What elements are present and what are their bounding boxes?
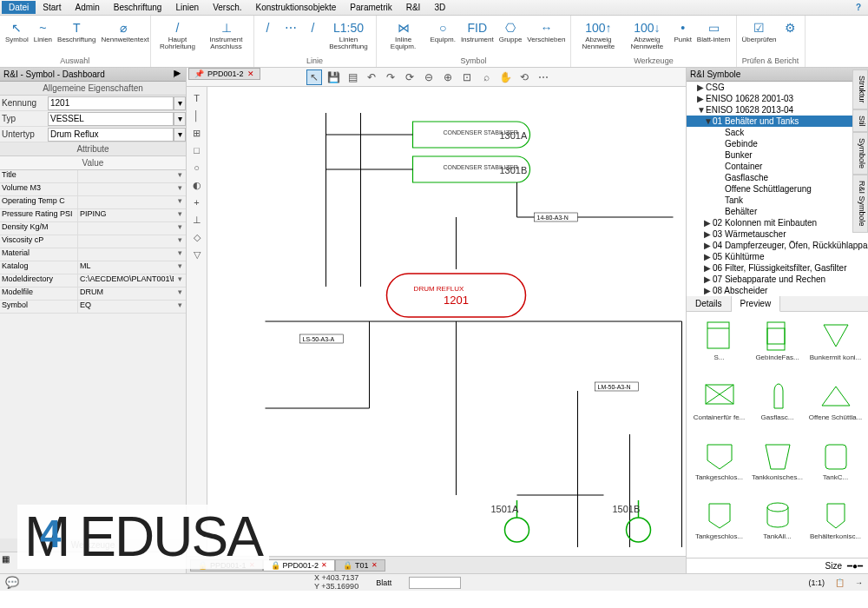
ribbon-symbol[interactable]: ↖Symbol bbox=[3, 17, 30, 45]
attr-row[interactable]: Density Kg/M▾ bbox=[0, 222, 186, 235]
menu-admin[interactable]: Admin bbox=[68, 1, 106, 14]
preview-symbol[interactable]: GebindeFas... bbox=[750, 317, 805, 373]
tree-item[interactable]: ▶03 Wärmetauscher bbox=[687, 228, 868, 240]
tree-item[interactable]: ▶04 Dampferzeuger, Öfen, Rückkühlapparat… bbox=[687, 240, 868, 251]
help-icon[interactable]: ? bbox=[856, 3, 861, 12]
ribbon-[interactable]: / bbox=[258, 17, 279, 38]
tree-item[interactable]: Offene Schüttlagerung bbox=[687, 183, 868, 195]
ribbon-abzweig-nennweite[interactable]: 100↑Abzweig Nennweite bbox=[575, 17, 621, 52]
vt-4[interactable]: □ bbox=[188, 142, 206, 158]
attr-row[interactable]: Viscosity cP▾ bbox=[0, 235, 186, 248]
dropdown-icon[interactable]: ▾ bbox=[174, 112, 186, 126]
preview-symbol[interactable]: TankC... bbox=[808, 437, 863, 493]
tree-item[interactable]: ▶CSG bbox=[687, 82, 868, 93]
zoom-out-icon[interactable]: ⊖ bbox=[421, 69, 437, 85]
ribbon-gruppe[interactable]: ⎔Gruppe bbox=[497, 17, 524, 45]
rotate-icon[interactable]: ⟲ bbox=[516, 69, 532, 85]
prop-input[interactable] bbox=[48, 112, 174, 126]
tab-stil[interactable]: Stil bbox=[852, 109, 868, 133]
tab-struktur[interactable]: Struktur bbox=[852, 69, 868, 109]
preview-symbol[interactable]: Gasflasc... bbox=[750, 377, 805, 433]
more-icon[interactable]: ⋯ bbox=[536, 69, 551, 85]
vt-8[interactable]: ⊥ bbox=[188, 212, 206, 228]
vt-6[interactable]: ◐ bbox=[188, 177, 206, 193]
ribbon-equipm.[interactable]: ○Equipm. bbox=[429, 17, 457, 45]
vt-9[interactable]: ◇ bbox=[188, 229, 206, 245]
sheet-tab[interactable]: 🔒T01✕ bbox=[335, 559, 385, 572]
preview-symbol[interactable]: Tankgeschlos... bbox=[692, 496, 746, 552]
layers-icon[interactable]: ▤ bbox=[345, 69, 360, 85]
tree-item[interactable]: Behälter bbox=[687, 206, 868, 217]
menu-3d[interactable]: 3D bbox=[427, 1, 452, 14]
chat-icon[interactable]: 💬 bbox=[5, 576, 19, 589]
tree-item[interactable]: ▶05 Kühltürme bbox=[687, 251, 868, 262]
attr-row[interactable]: Operating Temp C▾ bbox=[0, 196, 186, 209]
tree-item[interactable]: ▶ENISO 10628 2001-03 bbox=[687, 93, 868, 104]
sheet-tab[interactable]: 🔒PPD001-2✕ bbox=[263, 559, 336, 572]
attr-row[interactable]: Volume M3▾ bbox=[0, 183, 186, 196]
prop-input[interactable] bbox=[48, 96, 174, 110]
dropdown-icon[interactable]: ▾ bbox=[174, 128, 186, 142]
tab-preview[interactable]: Preview bbox=[732, 296, 781, 312]
save-icon[interactable]: 💾 bbox=[326, 69, 341, 85]
panel-menu-icon[interactable]: ⯈ bbox=[174, 69, 182, 79]
ribbon-[interactable]: ⋯ bbox=[280, 17, 301, 38]
menu-datei[interactable]: Datei bbox=[2, 1, 36, 14]
tool-icon[interactable]: ▦ bbox=[2, 554, 10, 564]
ribbon-linien-beschriftung[interactable]: L1:50Linien Beschriftung bbox=[326, 17, 372, 52]
redo-icon[interactable]: ↷ bbox=[383, 69, 398, 85]
vt-5[interactable]: ○ bbox=[188, 160, 206, 175]
ribbon-inline-equipm.[interactable]: ⋈Inline Equipm. bbox=[380, 17, 427, 52]
ribbon-abzweig-nennweite[interactable]: 100↓Abzweig Nennweite bbox=[623, 17, 670, 52]
drawing-canvas[interactable]: T │ ⊞ □ ○ ◐ + ⊥ ◇ ▽ CONDENSER STABIL bbox=[187, 87, 686, 556]
zoom-in-icon[interactable]: ⊕ bbox=[440, 69, 456, 85]
tree-item[interactable]: Gasflasche bbox=[687, 172, 868, 183]
menu-parametrik[interactable]: Parametrik bbox=[343, 1, 398, 14]
vt-7[interactable]: + bbox=[188, 195, 206, 210]
tree-item[interactable]: Gebinde bbox=[687, 138, 868, 149]
attr-row[interactable]: SymbolEQ▾ bbox=[0, 301, 186, 314]
preview-symbol[interactable]: Containerfür fe... bbox=[692, 377, 746, 433]
preview-symbol[interactable]: Offene Schüttla... bbox=[808, 377, 863, 433]
ribbon-nennweitentext[interactable]: ⌀Nennweitentext bbox=[100, 17, 147, 45]
preview-symbol[interactable]: TankAll... bbox=[750, 496, 805, 552]
ribbon-haupt-rohrleitung[interactable]: /Haupt Rohrleitung bbox=[155, 17, 201, 52]
menu-beschriftung[interactable]: Beschriftung bbox=[107, 1, 169, 14]
select-tool[interactable]: ↖ bbox=[306, 69, 322, 85]
attr-row[interactable]: Pressure Rating PSIPIPING▾ bbox=[0, 209, 186, 222]
tree-item[interactable]: ▶07 Siebapparate und Rechen bbox=[687, 274, 868, 285]
zoom-window-icon[interactable]: ⌕ bbox=[478, 69, 494, 85]
preview-symbol[interactable]: Tankkonisches... bbox=[750, 437, 805, 493]
menu-start[interactable]: Start bbox=[36, 1, 68, 14]
refresh-icon[interactable]: ⟳ bbox=[402, 69, 418, 85]
dropdown-icon[interactable]: ▾ bbox=[174, 96, 186, 110]
ribbon-[interactable]: / bbox=[303, 17, 324, 38]
tree-item[interactable]: ▶02 Kolonnen mit Einbauten bbox=[687, 217, 868, 228]
ribbon-blatt-intern[interactable]: ▭Blatt-intern bbox=[695, 17, 733, 45]
tab-symbole[interactable]: Symbole bbox=[852, 132, 868, 175]
pan-icon[interactable]: ✋ bbox=[497, 69, 513, 85]
symbol-tree[interactable]: ▶CSG▶ENISO 10628 2001-03▼ENISO 10628 201… bbox=[687, 82, 868, 296]
tree-item[interactable]: ▶06 Filter, Flüssigkeitsfilter, Gasfilte… bbox=[687, 262, 868, 274]
tab-ri-symbole[interactable]: R&I Symbole bbox=[852, 175, 868, 233]
close-icon[interactable]: ✕ bbox=[321, 561, 327, 569]
arrow-icon[interactable]: → bbox=[855, 578, 863, 587]
ribbon-verschieben[interactable]: ↔Verschieben bbox=[525, 17, 567, 45]
vt-2[interactable]: │ bbox=[188, 108, 206, 123]
ribbon-linien[interactable]: ~Linien bbox=[32, 17, 54, 45]
menu-konstruktion[interactable]: Konstruktionsobjekte bbox=[249, 1, 344, 14]
ribbon-instrument[interactable]: FIDInstrument bbox=[459, 17, 496, 45]
tree-item[interactable]: ▶08 Abscheider bbox=[687, 285, 868, 296]
attr-row[interactable]: ModelfileDRUM▾ bbox=[0, 287, 186, 301]
vt-3[interactable]: ⊞ bbox=[188, 125, 206, 141]
ribbon-instrument-anschluss[interactable]: ⊥Instrument Anschluss bbox=[203, 17, 250, 52]
ribbon-beschriftung[interactable]: TBeschriftung bbox=[56, 17, 97, 45]
attr-row[interactable]: KatalogML▾ bbox=[0, 261, 186, 274]
close-icon[interactable]: ✕ bbox=[372, 561, 378, 569]
ribbon-punkt[interactable]: •Punkt bbox=[672, 17, 693, 45]
ribbon-überprüfen[interactable]: ☑Überprüfen bbox=[740, 17, 779, 45]
close-icon[interactable]: ✕ bbox=[247, 69, 254, 78]
tree-item[interactable]: Sack bbox=[687, 127, 868, 138]
preview-symbol[interactable]: S... bbox=[692, 317, 746, 373]
attr-row[interactable]: Material▾ bbox=[0, 248, 186, 261]
